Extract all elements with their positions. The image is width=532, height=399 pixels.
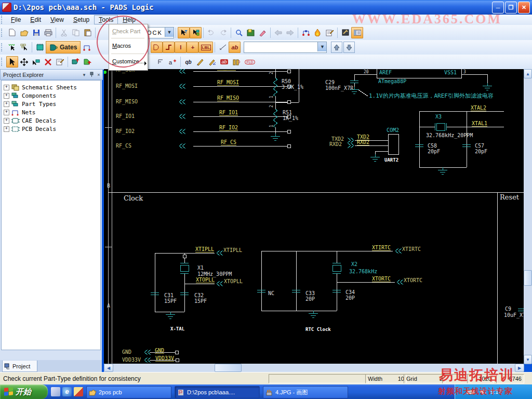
tool-app-icon[interactable] [74, 387, 83, 396]
pin-icon[interactable] [88, 71, 95, 78]
menu-setup[interactable]: Setup [69, 15, 94, 24]
swap-pins-button[interactable] [230, 56, 242, 68]
add-junction-button[interactable]: + [187, 42, 198, 53]
expand-icon[interactable] [4, 126, 9, 132]
expand-icon[interactable] [4, 101, 9, 107]
part-selection-button[interactable] [190, 27, 202, 38]
select-mode-button[interactable] [6, 56, 18, 68]
show-desktop-icon[interactable] [51, 387, 60, 396]
chevron-down-icon[interactable]: ▾ [81, 71, 88, 78]
properties-edit-button[interactable] [54, 56, 66, 68]
expand-icon[interactable] [4, 110, 9, 115]
toolbar-grip[interactable] [1, 58, 4, 66]
zoom-button[interactable] [233, 27, 245, 38]
edit-text-button[interactable] [194, 56, 206, 68]
menu-file[interactable]: File [6, 15, 25, 24]
paste-button[interactable] [82, 27, 94, 38]
restore-icon[interactable]: ❐ [505, 2, 517, 14]
expand-icon[interactable] [4, 118, 9, 124]
close-icon[interactable]: × [95, 71, 102, 78]
vertical-scroll-thumb[interactable] [524, 270, 532, 286]
field-tool-button[interactable]: FLD [242, 56, 258, 68]
tree-item-cae-decals[interactable]: CAE Decals [4, 116, 56, 125]
save-button[interactable] [30, 27, 42, 38]
sheet-view-button[interactable] [245, 27, 257, 38]
flip-part-button[interactable] [155, 56, 167, 68]
properties-button[interactable] [324, 27, 336, 38]
print-button[interactable] [42, 27, 54, 38]
schematic-canvas[interactable]: B A RF_SCK RF_MOSI RF_MISO RF_IO1 RF_IO2… [104, 69, 524, 364]
measure-button[interactable] [217, 42, 229, 53]
select-nets-button[interactable] [81, 42, 92, 53]
expand-icon[interactable] [4, 93, 9, 99]
toolbar-grip[interactable] [1, 29, 4, 37]
cut-button[interactable] [58, 27, 70, 38]
add-net-button[interactable] [163, 42, 175, 53]
modify-net-button[interactable] [206, 56, 218, 68]
redraw-button[interactable] [257, 27, 269, 38]
select-gates-button[interactable] [18, 42, 30, 53]
taskbar-task-folder[interactable]: 2pos pcb [86, 386, 171, 398]
tools-window-button[interactable] [339, 27, 351, 38]
tree-item-components[interactable]: Components [4, 91, 56, 100]
net-navigate-button[interactable] [300, 27, 312, 38]
toolbar-grip[interactable] [1, 43, 4, 51]
tree-item-schematic-sheets[interactable]: Schematic Sheets [4, 83, 77, 91]
gate-tool-button[interactable] [151, 42, 163, 53]
increment-text-button[interactable]: a [167, 56, 179, 68]
close-icon[interactable]: ✕ [518, 2, 530, 14]
search-down-button[interactable] [343, 42, 355, 53]
copy-button[interactable] [70, 27, 82, 38]
arrow-down-icon [347, 45, 352, 50]
forward-button[interactable] [284, 27, 296, 38]
selection-toolbar: Gates I + LBL ab ▼ [0, 40, 532, 55]
taskbar-task-pads[interactable]: D:\2pos pcb\aaa.... [175, 386, 260, 398]
scroll-right-icon[interactable]: ▶ [515, 364, 524, 372]
add-part-button[interactable] [70, 56, 82, 68]
scroll-up-icon[interactable]: ▲ [524, 69, 532, 78]
highlight-button[interactable] [312, 27, 324, 38]
scroll-left-icon[interactable]: ◀ [104, 364, 113, 372]
rename-button[interactable]: ab [218, 56, 230, 68]
add-bus-button[interactable]: I [175, 42, 187, 53]
tree-item-pcb-decals[interactable]: PCB Decals [4, 125, 56, 133]
project-tree[interactable]: Schematic Sheets Components Part Types N… [1, 80, 101, 350]
tree-item-part-types[interactable]: Part Types [4, 100, 56, 108]
text-tool-button[interactable]: ab [229, 42, 241, 53]
toolbar-grip[interactable] [1, 16, 4, 24]
start-button[interactable]: 开始 [0, 384, 48, 399]
search-up-button[interactable] [331, 42, 342, 53]
internet-explorer-icon[interactable]: e [62, 387, 72, 396]
undo-button[interactable] [205, 27, 217, 38]
menu-view[interactable]: View [46, 15, 69, 24]
gates-button[interactable]: Gates [46, 41, 81, 54]
redo-button[interactable] [217, 27, 229, 38]
open-button[interactable] [18, 27, 30, 38]
chevron-down-icon[interactable]: ▼ [165, 28, 174, 37]
tree-item-nets[interactable]: Nets [4, 108, 36, 116]
delete-button[interactable] [42, 56, 54, 68]
label-tool-button[interactable]: LBL [198, 42, 213, 53]
schematic-sheets-icon [11, 84, 20, 91]
new-button[interactable] [6, 27, 18, 38]
chevron-down-icon[interactable]: ▼ [317, 42, 326, 51]
taskbar-task-paint[interactable]: 4.JPG - 画图 [263, 386, 348, 398]
project-explorer-toggle-button[interactable] [351, 27, 363, 38]
folder-icon [89, 389, 97, 396]
search-combo[interactable]: ▼ [244, 42, 327, 53]
project-explorer-header[interactable]: Project Explorer ▾ × [0, 69, 103, 80]
select-components-button[interactable] [34, 42, 46, 53]
copy-mode-button[interactable] [30, 56, 42, 68]
horizontal-scroll-thumb[interactable] [215, 364, 242, 372]
menu-edit[interactable]: Edit [25, 15, 46, 24]
scroll-down-icon[interactable]: ▼ [524, 355, 532, 364]
add-connection-button[interactable] [82, 56, 94, 68]
vertical-scrollbar[interactable]: ▲ ▼ [524, 69, 532, 364]
query-text-button[interactable]: qb [182, 56, 194, 68]
select-anything-button[interactable] [6, 42, 18, 53]
move-button[interactable] [18, 56, 30, 68]
back-button[interactable] [272, 27, 284, 38]
selection-filter-button[interactable] [178, 27, 190, 38]
tab-project[interactable]: Project [2, 361, 37, 372]
expand-icon[interactable] [4, 85, 9, 90]
